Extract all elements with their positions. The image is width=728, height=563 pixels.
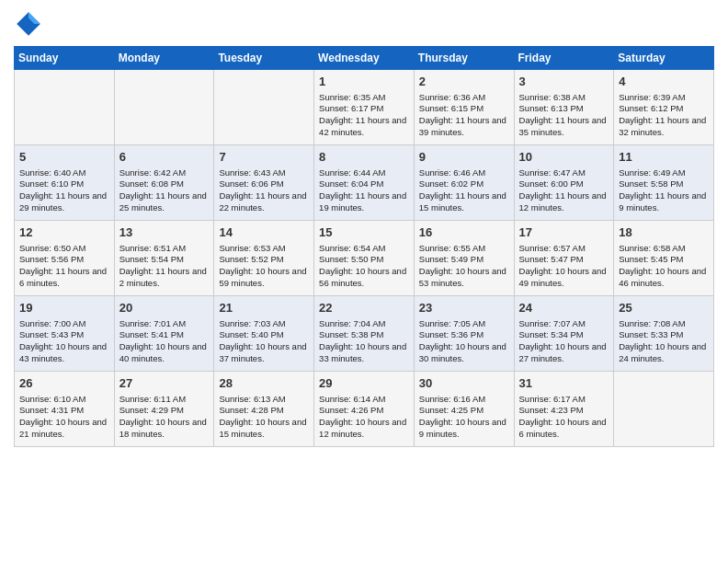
day-info: Sunset: 5:58 PM (619, 178, 709, 190)
weekday-header-tuesday: Tuesday (214, 47, 314, 70)
day-number: 16 (419, 224, 509, 241)
logo (14, 9, 47, 39)
day-number: 8 (319, 149, 409, 166)
calendar-table: SundayMondayTuesdayWednesdayThursdayFrid… (14, 46, 714, 447)
calendar-week-row: 26Sunrise: 6:10 AMSunset: 4:31 PMDayligh… (15, 372, 714, 447)
day-info: Daylight: 10 hours and 9 minutes. (419, 417, 509, 441)
day-info: Daylight: 11 hours and 22 minutes. (219, 190, 309, 214)
day-info: Sunset: 5:34 PM (519, 329, 609, 341)
calendar-cell: 8Sunrise: 6:44 AMSunset: 6:04 PMDaylight… (314, 145, 415, 221)
calendar-cell: 17Sunrise: 6:57 AMSunset: 5:47 PMDayligh… (514, 221, 614, 296)
day-info: Sunrise: 6:38 AM (519, 92, 609, 104)
day-info: Sunrise: 6:57 AM (519, 243, 609, 255)
weekday-header-monday: Monday (114, 47, 214, 70)
day-number: 1 (319, 74, 409, 90)
day-info: Sunrise: 6:55 AM (419, 243, 509, 255)
day-info: Daylight: 10 hours and 56 minutes. (319, 266, 409, 290)
calendar-cell: 22Sunrise: 7:04 AMSunset: 5:38 PMDayligh… (314, 296, 415, 372)
day-number: 26 (19, 375, 109, 392)
day-info: Sunset: 5:40 PM (219, 329, 309, 341)
day-number: 25 (619, 300, 709, 316)
day-number: 3 (519, 74, 609, 90)
calendar-cell: 4Sunrise: 6:39 AMSunset: 6:12 PMDaylight… (614, 70, 714, 145)
day-info: Daylight: 11 hours and 39 minutes. (419, 115, 509, 139)
calendar-week-row: 5Sunrise: 6:40 AMSunset: 6:10 PMDaylight… (15, 145, 714, 221)
day-info: Daylight: 10 hours and 46 minutes. (619, 266, 709, 290)
weekday-header-saturday: Saturday (614, 47, 714, 70)
day-number: 5 (19, 149, 109, 166)
day-info: Daylight: 10 hours and 27 minutes. (519, 341, 609, 365)
calendar-cell: 2Sunrise: 6:36 AMSunset: 6:15 PMDaylight… (414, 70, 514, 145)
calendar-cell: 6Sunrise: 6:42 AMSunset: 6:08 PMDaylight… (114, 145, 214, 221)
day-info: Daylight: 10 hours and 40 minutes. (119, 341, 210, 365)
day-info: Sunrise: 7:04 AM (319, 318, 409, 330)
day-number: 10 (519, 149, 609, 166)
day-number: 6 (119, 149, 210, 166)
day-info: Sunset: 5:52 PM (219, 254, 309, 266)
day-info: Daylight: 11 hours and 32 minutes. (619, 115, 709, 139)
day-info: Daylight: 10 hours and 59 minutes. (219, 266, 309, 290)
day-info: Sunrise: 7:08 AM (619, 318, 709, 330)
day-info: Daylight: 11 hours and 25 minutes. (119, 190, 210, 214)
calendar-cell: 30Sunrise: 6:16 AMSunset: 4:25 PMDayligh… (414, 372, 514, 447)
day-number: 2 (419, 74, 509, 90)
calendar-cell: 31Sunrise: 6:17 AMSunset: 4:23 PMDayligh… (514, 372, 614, 447)
day-info: Daylight: 11 hours and 19 minutes. (319, 190, 409, 214)
day-info: Sunset: 6:02 PM (419, 178, 509, 190)
day-info: Daylight: 10 hours and 12 minutes. (319, 417, 409, 441)
day-info: Sunset: 6:17 PM (319, 103, 409, 115)
day-info: Daylight: 10 hours and 33 minutes. (319, 341, 409, 365)
day-number: 9 (419, 149, 509, 166)
day-info: Sunrise: 6:14 AM (319, 394, 409, 406)
calendar-cell: 1Sunrise: 6:35 AMSunset: 6:17 PMDaylight… (314, 70, 415, 145)
calendar-cell (114, 70, 214, 145)
logo-icon (14, 9, 43, 39)
day-info: Sunset: 4:25 PM (419, 405, 509, 417)
day-info: Sunrise: 6:17 AM (519, 394, 609, 406)
calendar-cell: 20Sunrise: 7:01 AMSunset: 5:41 PMDayligh… (114, 296, 214, 372)
day-info: Daylight: 11 hours and 35 minutes. (519, 115, 609, 139)
day-info: Sunrise: 7:07 AM (519, 318, 609, 330)
day-info: Daylight: 11 hours and 9 minutes. (619, 190, 709, 214)
calendar-cell: 12Sunrise: 6:50 AMSunset: 5:56 PMDayligh… (15, 221, 115, 296)
calendar-cell: 23Sunrise: 7:05 AMSunset: 5:36 PMDayligh… (414, 296, 514, 372)
day-number: 23 (419, 300, 509, 316)
calendar-cell: 7Sunrise: 6:43 AMSunset: 6:06 PMDaylight… (214, 145, 314, 221)
calendar-cell: 11Sunrise: 6:49 AMSunset: 5:58 PMDayligh… (614, 145, 714, 221)
calendar-cell: 5Sunrise: 6:40 AMSunset: 6:10 PMDaylight… (15, 145, 115, 221)
day-info: Sunset: 6:12 PM (619, 103, 709, 115)
calendar-week-row: 19Sunrise: 7:00 AMSunset: 5:43 PMDayligh… (15, 296, 714, 372)
day-number: 31 (519, 375, 609, 392)
day-info: Sunset: 5:33 PM (619, 329, 709, 341)
calendar-cell: 15Sunrise: 6:54 AMSunset: 5:50 PMDayligh… (314, 221, 415, 296)
day-info: Sunrise: 6:51 AM (119, 243, 210, 255)
day-info: Daylight: 10 hours and 43 minutes. (19, 341, 109, 365)
calendar-cell (214, 70, 314, 145)
day-info: Sunrise: 6:35 AM (319, 92, 409, 104)
day-info: Sunrise: 7:01 AM (119, 318, 210, 330)
day-info: Sunset: 5:54 PM (119, 254, 210, 266)
day-info: Daylight: 11 hours and 42 minutes. (319, 115, 409, 139)
weekday-header-row: SundayMondayTuesdayWednesdayThursdayFrid… (15, 47, 714, 70)
day-info: Daylight: 10 hours and 53 minutes. (419, 266, 509, 290)
calendar-cell: 25Sunrise: 7:08 AMSunset: 5:33 PMDayligh… (614, 296, 714, 372)
calendar-week-row: 1Sunrise: 6:35 AMSunset: 6:17 PMDaylight… (15, 70, 714, 145)
calendar-cell: 28Sunrise: 6:13 AMSunset: 4:28 PMDayligh… (214, 372, 314, 447)
day-info: Sunset: 5:36 PM (419, 329, 509, 341)
day-info: Daylight: 10 hours and 18 minutes. (119, 417, 210, 441)
day-info: Sunset: 4:28 PM (219, 405, 309, 417)
day-info: Sunset: 5:56 PM (19, 254, 109, 266)
day-number: 28 (219, 375, 309, 392)
day-info: Sunset: 6:15 PM (419, 103, 509, 115)
calendar-cell (614, 372, 714, 447)
day-info: Sunrise: 6:50 AM (19, 243, 109, 255)
weekday-header-wednesday: Wednesday (314, 47, 415, 70)
day-info: Sunset: 5:38 PM (319, 329, 409, 341)
day-info: Sunset: 5:43 PM (19, 329, 109, 341)
day-info: Daylight: 10 hours and 15 minutes. (219, 417, 309, 441)
calendar-cell: 3Sunrise: 6:38 AMSunset: 6:13 PMDaylight… (514, 70, 614, 145)
day-info: Daylight: 10 hours and 21 minutes. (19, 417, 109, 441)
calendar-body: 1Sunrise: 6:35 AMSunset: 6:17 PMDaylight… (15, 70, 714, 447)
day-number: 29 (319, 375, 409, 392)
day-number: 20 (119, 300, 210, 316)
